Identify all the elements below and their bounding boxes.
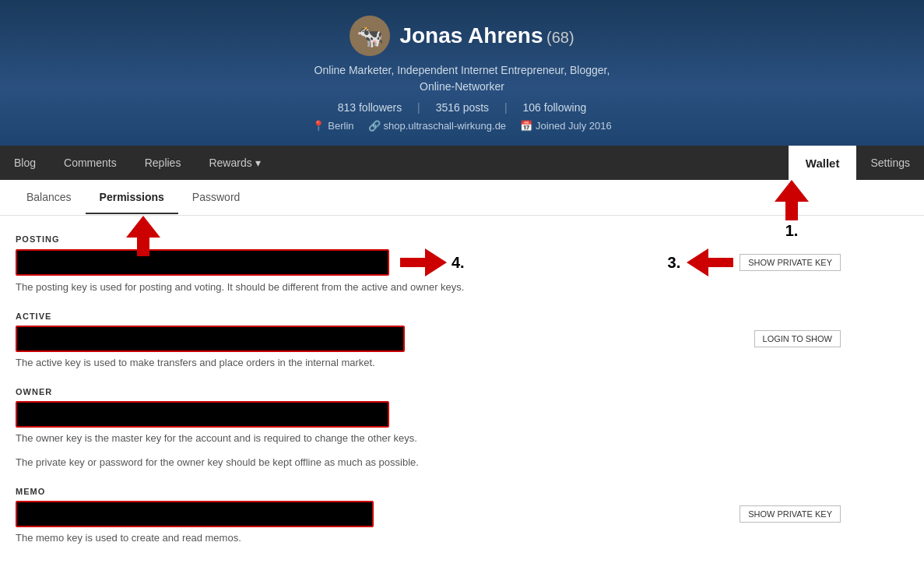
nav-rewards[interactable]: Rewards ▾	[195, 146, 274, 180]
nav-blog[interactable]: Blog	[0, 146, 50, 180]
profile-stats: 813 followers | 3516 posts | 106 followi…	[0, 101, 924, 114]
annotation-4: 4.	[451, 254, 465, 272]
dropdown-icon: ▾	[255, 157, 261, 169]
active-label: ACTIVE	[16, 312, 841, 321]
location-icon: 📍	[312, 120, 325, 132]
link-icon: 🔗	[368, 120, 381, 132]
annotation-arrow-3-right	[687, 248, 733, 276]
website[interactable]: 🔗 shop.ultraschall-wirkung.de	[368, 120, 507, 132]
owner-description-2: The private key or password for the owne…	[16, 456, 841, 468]
svg-marker-3	[687, 248, 733, 276]
calendar-icon: 📅	[520, 120, 532, 132]
memo-description: The memo key is used to create and read …	[16, 532, 841, 544]
memo-section: MEMO SHOW PRIVATE KEY The memo key is us…	[16, 487, 841, 544]
tab-permissions[interactable]: Permissions	[86, 181, 178, 214]
active-description: The active key is used to make transfers…	[16, 357, 841, 368]
active-key-input	[16, 326, 405, 352]
owner-label: OWNER	[16, 387, 841, 396]
memo-label: MEMO	[16, 487, 841, 496]
owner-section: OWNER The owner key is the master key fo…	[16, 387, 841, 468]
nav-settings[interactable]: Settings	[856, 146, 924, 180]
profile-meta: 📍 Berlin 🔗 shop.ultraschall-wirkung.de 📅…	[0, 120, 924, 132]
annotation-3-container: 3. SHOW PRIVATE KEY	[668, 248, 841, 276]
active-section: ACTIVE LOGIN TO SHOW The active key is u…	[16, 312, 841, 368]
memo-show-private-key-btn[interactable]: SHOW PRIVATE KEY	[740, 505, 841, 523]
posting-key-input	[16, 249, 389, 276]
nav-comments[interactable]: Comments	[50, 146, 131, 180]
annotation-arrow-4-left	[400, 248, 447, 276]
tab-password[interactable]: Password	[178, 181, 254, 214]
owner-description-1: The owner key is the master key for the …	[16, 432, 841, 444]
nav-bar: Blog Comments Replies Rewards ▾ Wallet S…	[0, 146, 924, 180]
posting-description: The posting key is used for posting and …	[16, 281, 841, 293]
main-content: POSTING 4. 3. SHOW PRIVATE KEY The posti…	[0, 216, 856, 586]
following-count: 106 following	[523, 101, 587, 114]
nav-left: Blog Comments Replies Rewards ▾	[0, 146, 789, 180]
sub-tabs: Balances Permissions Password	[0, 180, 924, 216]
profile-header: 🐄 Jonas Ahrens (68) Online Marketer, Ind…	[0, 0, 924, 146]
avatar: 🐄	[350, 16, 390, 56]
annotation-3: 3.	[668, 254, 681, 272]
tab-balances[interactable]: Balances	[12, 181, 86, 214]
posting-section: POSTING 4. 3. SHOW PRIVATE KEY The posti…	[16, 234, 841, 293]
joined-date: 📅 Joined July 2016	[520, 120, 612, 132]
active-login-to-show-btn[interactable]: LOGIN TO SHOW	[754, 330, 841, 347]
nav-replies[interactable]: Replies	[131, 146, 195, 180]
profile-bio: Online Marketer, Independent Internet En…	[0, 62, 924, 95]
nav-right: Wallet Settings	[789, 146, 924, 180]
memo-key-input	[16, 501, 374, 527]
svg-marker-2	[400, 248, 447, 276]
annotation-4-container: 4.	[400, 248, 465, 276]
owner-key-input	[16, 401, 389, 428]
posting-show-private-key-btn[interactable]: SHOW PRIVATE KEY	[740, 254, 841, 271]
profile-reputation: (68)	[546, 29, 574, 46]
followers-count: 813 followers	[338, 101, 402, 114]
posts-count: 3516 posts	[436, 101, 490, 114]
nav-wallet[interactable]: Wallet	[789, 146, 857, 180]
location: 📍 Berlin	[312, 120, 353, 132]
posting-label: POSTING	[16, 234, 841, 244]
profile-name: Jonas Ahrens	[399, 23, 543, 48]
